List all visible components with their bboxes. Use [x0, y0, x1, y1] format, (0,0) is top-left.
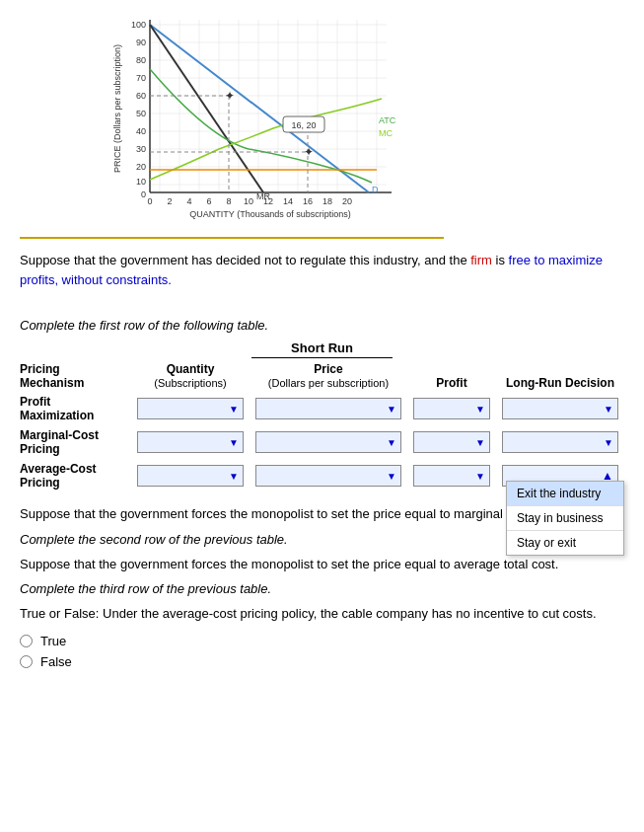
svg-text:ATC: ATC — [379, 115, 396, 125]
radio-option-false[interactable]: False — [20, 654, 624, 669]
intro-paragraph: Suppose that the government has decided … — [20, 251, 624, 289]
short-run-label: Short Run — [251, 340, 393, 358]
svg-text:0: 0 — [147, 196, 152, 206]
svg-text:20: 20 — [135, 162, 145, 172]
svg-text:✦: ✦ — [304, 145, 314, 159]
table-row: Marginal-Cost Pricing ▼ ▼ ▼ — [20, 425, 624, 459]
svg-text:70: 70 — [135, 73, 145, 83]
svg-text:PRICE (Dollars per subscriptio: PRICE (Dollars per subscription) — [112, 44, 122, 173]
svg-text:10: 10 — [243, 196, 252, 206]
quantity-cell-mc[interactable]: ▼ — [131, 425, 250, 459]
svg-text:16, 20: 16, 20 — [291, 120, 316, 130]
svg-text:MR: MR — [256, 191, 270, 201]
radio-option-true[interactable]: True — [20, 634, 624, 648]
section-divider — [20, 237, 444, 239]
svg-text:40: 40 — [135, 126, 145, 136]
quantity-dropdown-profit[interactable]: ▼ — [137, 398, 244, 419]
price-cell-atc[interactable]: ▼ — [250, 459, 407, 492]
longrun-cell-mc[interactable]: ▼ — [496, 425, 624, 459]
radio-true[interactable] — [20, 635, 33, 647]
profit-dropdown-profit[interactable]: ▼ — [413, 398, 490, 419]
svg-text:20: 20 — [341, 196, 351, 206]
svg-text:14: 14 — [282, 196, 292, 206]
svg-text:MC: MC — [379, 128, 393, 138]
para-truefalse-question: True or False: Under the average-cost pr… — [20, 604, 624, 624]
svg-text:8: 8 — [226, 196, 231, 206]
profit-dropdown-mc[interactable]: ▼ — [413, 431, 490, 453]
popup-item-exit[interactable]: Exit the industry — [507, 482, 623, 506]
svg-line-50 — [150, 25, 263, 192]
table-section: Complete the first row of the following … — [20, 318, 624, 492]
profit-cell-atc[interactable]: ▼ — [407, 459, 496, 492]
mechanism-label-atc: Average-Cost Pricing — [20, 459, 131, 492]
price-dropdown-profit[interactable]: ▼ — [255, 398, 401, 419]
longrun-dropdown-profit[interactable]: ▼ — [502, 398, 618, 419]
svg-text:0: 0 — [140, 189, 145, 199]
quantity-dropdown-atc[interactable]: ▼ — [137, 465, 244, 487]
svg-text:✦: ✦ — [225, 89, 235, 103]
radio-true-label: True — [40, 634, 66, 648]
radio-section: True False — [20, 634, 624, 669]
price-cell-mc[interactable]: ▼ — [250, 425, 407, 459]
svg-line-48 — [150, 25, 369, 192]
popup-item-stayorexit[interactable]: Stay or exit — [507, 531, 623, 555]
chart-area: 100 90 80 70 60 50 40 30 20 10 0 0 2 4 6… — [110, 10, 535, 227]
quantity-cell-profit[interactable]: ▼ — [131, 392, 250, 425]
svg-text:10: 10 — [135, 177, 145, 187]
col-header-quantity: Quantity (Subscriptions) — [131, 360, 250, 392]
svg-text:16: 16 — [302, 196, 312, 206]
col-header-profit: Profit — [407, 360, 496, 392]
svg-text:80: 80 — [135, 55, 145, 65]
svg-text:4: 4 — [186, 196, 191, 206]
profit-dropdown-atc[interactable]: ▼ — [413, 465, 490, 487]
col-header-longrun: Long-Run Decision — [496, 360, 624, 392]
longrun-dropdown-mc[interactable]: ▼ — [502, 431, 618, 453]
para-third-row: Complete the third row of the previous t… — [20, 581, 624, 596]
profit-cell-mc[interactable]: ▼ — [407, 425, 496, 459]
col-header-price: Price (Dollars per subscription) — [250, 360, 407, 392]
svg-text:D: D — [372, 185, 379, 194]
svg-text:60: 60 — [135, 91, 145, 101]
para-atc: Suppose that the government forces the m… — [20, 555, 624, 574]
short-run-label-wrapper: Short Run — [20, 340, 624, 358]
svg-text:18: 18 — [322, 196, 331, 206]
svg-text:30: 30 — [135, 144, 145, 154]
pricing-table: Pricing Mechanism Quantity (Subscription… — [20, 360, 624, 492]
table-row: Profit Maximization ▼ ▼ ▼ — [20, 392, 624, 425]
mechanism-label-profit: Profit Maximization — [20, 392, 131, 425]
price-cell-profit[interactable]: ▼ — [250, 392, 407, 425]
svg-text:2: 2 — [167, 196, 172, 206]
popup-item-stay[interactable]: Stay in business — [507, 506, 623, 531]
table-row: Average-Cost Pricing ▼ ▼ ▼ — [20, 459, 624, 492]
table-instruction: Complete the first row of the following … — [20, 318, 624, 333]
price-dropdown-atc[interactable]: ▼ — [255, 465, 401, 487]
radio-false[interactable] — [20, 655, 33, 668]
chart-svg: 100 90 80 70 60 50 40 30 20 10 0 0 2 4 6… — [110, 10, 535, 227]
svg-text:6: 6 — [206, 196, 211, 206]
longrun-cell-atc[interactable]: ▲ Exit the industry Stay in business Sta… — [496, 459, 624, 492]
profit-cell-profit[interactable]: ▼ — [407, 392, 496, 425]
mechanism-label-mc: Marginal-Cost Pricing — [20, 425, 131, 459]
quantity-cell-atc[interactable]: ▼ — [131, 459, 250, 492]
svg-text:100: 100 — [130, 20, 145, 30]
price-dropdown-mc[interactable]: ▼ — [255, 431, 401, 453]
quantity-dropdown-mc[interactable]: ▼ — [137, 431, 244, 453]
radio-false-label: False — [40, 654, 72, 669]
svg-text:90: 90 — [135, 38, 145, 47]
col-header-mechanism: Pricing Mechanism — [20, 360, 131, 392]
svg-text:50: 50 — [135, 109, 145, 118]
longrun-cell-profit[interactable]: ▼ — [496, 392, 624, 425]
svg-text:QUANTITY (Thousands of subscri: QUANTITY (Thousands of subscriptions) — [189, 209, 350, 219]
longrun-dropdown-popup[interactable]: Exit the industry Stay in business Stay … — [506, 481, 624, 556]
